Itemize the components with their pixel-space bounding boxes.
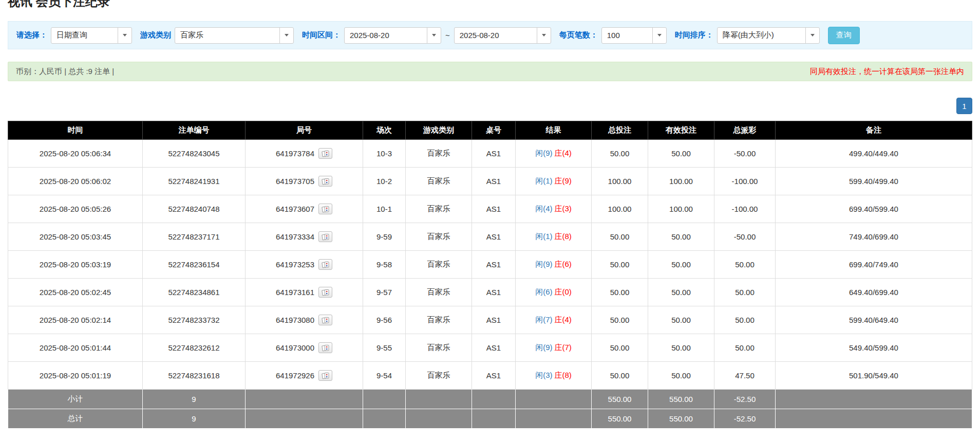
cell-payout: -50.00	[714, 223, 776, 251]
header-session: 场次	[363, 121, 406, 140]
cell-time: 2025-08-20 05:06:34	[8, 140, 143, 168]
cell-round-id: 641973705	[246, 168, 363, 195]
cell-remark: 749.40/699.40	[776, 223, 972, 251]
sort-select[interactable]: 降幂(由大到小)	[717, 27, 820, 44]
cell-bet-id: 522748236154	[143, 251, 246, 279]
total-payout: -52.50	[714, 409, 776, 429]
cell-result: 闲(9)庄(7)	[516, 334, 592, 362]
result-player: 闲(1)	[535, 176, 552, 185]
cards-icon	[322, 289, 330, 296]
cell-total-bet[interactable]: 50.00	[592, 362, 648, 390]
total-valid-bet: 550.00	[648, 409, 714, 429]
cell-time: 2025-08-20 05:02:14	[8, 306, 143, 334]
per-page-select[interactable]: 100	[601, 27, 667, 44]
result-banker: 庄(8)	[555, 232, 572, 241]
cell-game-type: 百家乐	[406, 251, 472, 279]
cell-result: 闲(6)庄(0)	[516, 279, 592, 306]
cell-total-bet[interactable]: 50.00	[592, 334, 648, 362]
cell-round-id: 641973161	[246, 279, 363, 306]
cell-total-bet[interactable]: 100.00	[592, 168, 648, 195]
cell-session: 9-58	[363, 251, 406, 279]
view-cards-button[interactable]	[318, 148, 332, 159]
date-from-picker[interactable]: 2025-08-20	[344, 27, 441, 44]
result-player: 闲(1)	[535, 232, 552, 241]
records-table: 时间 注单编号 局号 场次 游戏类别 桌号 结果 总投注 有效投注 总派彩 备注…	[8, 121, 972, 429]
header-total-bet: 总投注	[592, 121, 648, 140]
result-player: 闲(9)	[535, 260, 552, 268]
cell-payout: 50.00	[714, 279, 776, 306]
result-player: 闲(9)	[535, 149, 552, 157]
cell-total-bet[interactable]: 50.00	[592, 279, 648, 306]
query-type-value: 日期查询	[51, 28, 118, 43]
cell-bet-id: 522748237171	[143, 223, 246, 251]
cell-valid-bet: 50.00	[648, 223, 714, 251]
cell-game-type: 百家乐	[406, 279, 472, 306]
view-cards-button[interactable]	[318, 342, 332, 353]
round-id-text: 641973161	[276, 288, 314, 297]
cards-icon	[322, 233, 330, 241]
cell-total-bet[interactable]: 50.00	[592, 251, 648, 279]
cell-total-bet[interactable]: 50.00	[592, 140, 648, 168]
cell-round-id: 641973080	[246, 306, 363, 334]
cards-icon	[322, 344, 330, 352]
date-from-value: 2025-08-20	[345, 28, 427, 43]
cell-result: 闲(1)庄(8)	[516, 223, 592, 251]
header-round-id: 局号	[246, 121, 363, 140]
view-cards-button[interactable]	[318, 259, 332, 270]
cell-remark: 649.40/699.40	[776, 279, 972, 306]
cell-round-id: 641973000	[246, 334, 363, 362]
cell-total-bet[interactable]: 50.00	[592, 223, 648, 251]
cell-total-bet[interactable]: 50.00	[592, 306, 648, 334]
result-banker: 庄(4)	[555, 315, 572, 324]
table-row: 2025-08-20 05:02:45 522748234861 6419731…	[8, 279, 972, 306]
cell-time: 2025-08-20 05:06:02	[8, 168, 143, 195]
cell-bet-id: 522748234861	[143, 279, 246, 306]
view-cards-button[interactable]	[318, 204, 332, 214]
cell-valid-bet: 100.00	[648, 168, 714, 195]
view-cards-button[interactable]	[318, 176, 332, 187]
game-type-select[interactable]: 百家乐	[175, 27, 294, 44]
result-banker: 庄(0)	[555, 287, 572, 296]
cell-result: 闲(9)庄(6)	[516, 251, 592, 279]
table-row: 2025-08-20 05:06:02 522748241931 6419737…	[8, 168, 972, 195]
result-banker: 庄(4)	[555, 149, 572, 157]
query-type-label: 请选择：	[16, 30, 47, 40]
cell-bet-id: 522748243045	[143, 140, 246, 168]
cell-remark: 699.40/749.40	[776, 251, 972, 279]
cell-result: 闲(3)庄(8)	[516, 362, 592, 390]
cell-result: 闲(7)庄(4)	[516, 306, 592, 334]
round-id-text: 641972926	[276, 371, 314, 380]
cell-time: 2025-08-20 05:03:45	[8, 223, 143, 251]
cell-valid-bet: 50.00	[648, 362, 714, 390]
subtotal-label: 小计	[8, 390, 143, 409]
header-game-type: 游戏类别	[406, 121, 472, 140]
header-time: 时间	[8, 121, 143, 140]
cards-icon	[322, 178, 330, 185]
view-cards-button[interactable]	[318, 370, 332, 381]
view-cards-button[interactable]	[318, 315, 332, 325]
subtotal-total-bet: 550.00	[592, 390, 648, 409]
chevron-down-icon	[652, 28, 666, 43]
pagination-page-1[interactable]: 1	[956, 98, 972, 114]
cell-table-no: AS1	[472, 168, 516, 195]
query-type-select[interactable]: 日期查询	[51, 27, 132, 44]
cell-round-id: 641973334	[246, 223, 363, 251]
filter-bar: 请选择： 日期查询 游戏类别 百家乐 时间区间： 2025-08-20 ~ 20…	[8, 21, 972, 49]
cell-remark: 499.40/449.40	[776, 140, 972, 168]
date-to-picker[interactable]: 2025-08-20	[454, 27, 551, 44]
view-cards-button[interactable]	[318, 231, 332, 242]
subtotal-valid-bet: 550.00	[648, 390, 714, 409]
view-cards-button[interactable]	[318, 287, 332, 298]
cell-game-type: 百家乐	[406, 168, 472, 195]
cell-time: 2025-08-20 05:01:44	[8, 334, 143, 362]
table-row: 2025-08-20 05:05:26 522748240748 6419736…	[8, 195, 972, 223]
round-id-text: 641973334	[276, 232, 314, 241]
table-row: 2025-08-20 05:06:34 522748243045 6419737…	[8, 140, 972, 168]
search-button[interactable]: 查询	[828, 27, 860, 44]
cell-total-bet[interactable]: 100.00	[592, 195, 648, 223]
cell-game-type: 百家乐	[406, 334, 472, 362]
cell-time: 2025-08-20 05:02:45	[8, 279, 143, 306]
result-banker: 庄(7)	[555, 343, 572, 352]
total-count: 9	[143, 409, 246, 429]
cell-valid-bet: 50.00	[648, 334, 714, 362]
